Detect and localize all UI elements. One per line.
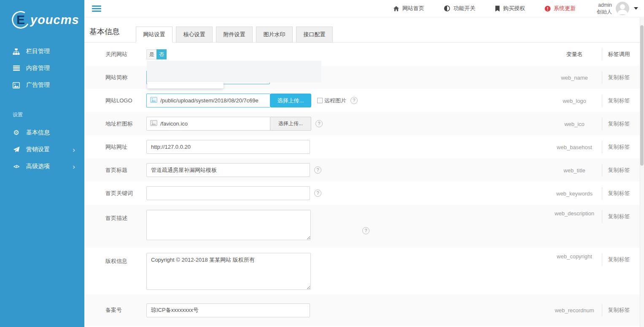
variable-name: web_ico bbox=[545, 121, 604, 127]
nav-feature-switch[interactable]: 功能开关 bbox=[444, 5, 475, 12]
user-role: 创始人 bbox=[597, 8, 612, 15]
sidebar-item-label: 栏目管理 bbox=[26, 48, 50, 55]
main-area: 网站首页 功能开关 购买授权 系统更新 admin 创始人 bbox=[84, 0, 644, 327]
field-label: 版权信息 bbox=[105, 248, 146, 265]
base-url-input[interactable] bbox=[146, 140, 310, 154]
scrollbar-track[interactable] bbox=[640, 18, 644, 327]
chevron-right-icon: › bbox=[73, 163, 75, 170]
paper-plane-icon bbox=[13, 146, 20, 153]
copy-tag-link[interactable]: 复制标签 bbox=[602, 71, 636, 84]
logo-path-input[interactable] bbox=[146, 94, 270, 107]
row-home-title: 首页标题 ? web_title 复制标签 bbox=[84, 158, 640, 182]
sidebar-item-label: 基本信息 bbox=[26, 129, 50, 137]
copy-tag-link[interactable]: 复制标签 bbox=[602, 164, 636, 177]
toggle-yes-button[interactable]: 是 bbox=[146, 49, 156, 59]
row-record-number: 备案号 web_recordnum 复制标签 bbox=[84, 295, 640, 326]
nav-buy-license[interactable]: 购买授权 bbox=[495, 5, 525, 12]
field-label: 网站网址 bbox=[105, 143, 146, 151]
variable-name: web_recordnum bbox=[545, 307, 604, 314]
app-logo[interactable]: E youcms bbox=[0, 0, 84, 29]
copy-tag-link[interactable]: 复制标签 bbox=[602, 210, 636, 223]
tab-api-config[interactable]: 接口配置 bbox=[296, 27, 333, 43]
gear-icon: ⚙ bbox=[13, 129, 20, 137]
scrollbar-thumb[interactable] bbox=[640, 25, 644, 166]
home-title-input[interactable] bbox=[146, 163, 310, 177]
column-header-variable: 变量名 bbox=[545, 51, 604, 58]
row-copyright: 版权信息 Copyright © 2012-2018 某某网站 版权所有 web… bbox=[84, 248, 640, 295]
description-area: ? bbox=[146, 205, 311, 240]
record-number-input[interactable] bbox=[146, 303, 310, 317]
sidebar-item-ads[interactable]: 广告管理 bbox=[0, 77, 84, 94]
variable-name: web_basehost bbox=[545, 144, 604, 150]
favicon-path-input[interactable] bbox=[146, 117, 270, 131]
home-keywords-input[interactable] bbox=[146, 186, 310, 200]
sidebar-item-basic-info[interactable]: ⚙ 基本信息 bbox=[0, 124, 84, 141]
suggestion-panel bbox=[147, 61, 321, 83]
caret-down-icon bbox=[634, 7, 638, 10]
top-nav: 网站首页 功能开关 购买授权 系统更新 admin 创始人 bbox=[393, 2, 638, 15]
top-bar: 网站首页 功能开关 购买授权 系统更新 admin 创始人 bbox=[84, 0, 644, 17]
image-file-icon bbox=[150, 97, 157, 105]
remote-image-checkbox[interactable] bbox=[317, 98, 323, 103]
variable-name: web_copyright bbox=[545, 253, 604, 260]
bookmark-icon bbox=[495, 5, 500, 12]
tab-bar: 基本信息 网站设置 核心设置 附件设置 图片水印 接口配置 bbox=[84, 17, 640, 43]
copy-tag-link[interactable]: 复制标签 bbox=[602, 253, 636, 266]
sidebar-item-label: 高级选项 bbox=[26, 163, 50, 170]
row-home-keywords: 首页关键词 ? web_keywords 复制标签 bbox=[84, 182, 640, 205]
sidebar-item-label: 营销设置 bbox=[26, 146, 50, 153]
user-menu[interactable]: admin 创始人 bbox=[597, 2, 638, 15]
field-label: 首页关键词 bbox=[105, 190, 146, 197]
help-icon[interactable]: ? bbox=[314, 166, 321, 174]
user-info: admin 创始人 bbox=[597, 2, 612, 15]
hamburger-menu-icon[interactable] bbox=[92, 4, 101, 13]
logo-upload-button[interactable]: 选择上传... bbox=[270, 94, 311, 107]
sidebar-menu: 栏目管理 内容管理 广告管理 设置 ⚙ 基本信息 bbox=[0, 43, 84, 175]
field-label: 网站LOGO bbox=[105, 97, 146, 105]
sitemap-icon bbox=[13, 48, 20, 55]
nav-item-label: 购买授权 bbox=[503, 5, 525, 12]
copyright-textarea[interactable]: Copyright © 2012-2018 某某网站 版权所有 bbox=[146, 253, 311, 290]
checkbox-label: 远程图片 bbox=[324, 97, 346, 105]
nav-site-home[interactable]: 网站首页 bbox=[393, 5, 424, 12]
row-favicon: 地址栏图标 选择上传... ? web_ico 复制标签 bbox=[84, 112, 640, 135]
copy-tag-link[interactable]: 复制标签 bbox=[602, 94, 636, 107]
sidebar-section-settings: 设置 bbox=[0, 111, 84, 118]
tab-core-settings[interactable]: 核心设置 bbox=[176, 27, 213, 43]
variable-name: web_keywords bbox=[545, 190, 604, 196]
tab-site-settings[interactable]: 网站设置 bbox=[136, 27, 172, 43]
sidebar-item-label: 内容管理 bbox=[26, 64, 50, 72]
sidebar-item-advanced[interactable]: </> 高级选项 › bbox=[0, 158, 84, 175]
logo-text: youcms bbox=[30, 13, 79, 27]
logo-e-icon: E bbox=[10, 9, 31, 30]
autocomplete-dropdown[interactable] bbox=[147, 82, 224, 88]
copy-tag-link[interactable]: 复制标签 bbox=[602, 118, 636, 130]
sidebar-item-label: 广告管理 bbox=[26, 81, 50, 89]
copy-tag-link[interactable]: 复制标签 bbox=[602, 304, 636, 316]
avatar[interactable] bbox=[616, 2, 629, 15]
help-icon[interactable]: ? bbox=[315, 120, 323, 127]
help-icon[interactable]: ? bbox=[362, 227, 369, 234]
sidebar: E youcms 栏目管理 内容管理 广告管理 设 bbox=[0, 0, 84, 327]
home-description-textarea[interactable] bbox=[146, 210, 311, 240]
copy-tag-link[interactable]: 复制标签 bbox=[602, 141, 636, 153]
favicon-upload-control: 选择上传... bbox=[146, 117, 311, 131]
sidebar-item-content[interactable]: 内容管理 bbox=[0, 60, 84, 77]
favicon-upload-button[interactable]: 选择上传... bbox=[270, 117, 311, 131]
list-icon bbox=[13, 65, 20, 72]
code-icon: </> bbox=[13, 163, 20, 170]
field-label: 首页标题 bbox=[105, 166, 146, 174]
copy-tag-link[interactable]: 复制标签 bbox=[602, 187, 636, 200]
help-icon[interactable]: ? bbox=[350, 97, 358, 104]
tab-attachment-settings[interactable]: 附件设置 bbox=[216, 27, 253, 43]
tab-image-watermark[interactable]: 图片水印 bbox=[256, 27, 293, 43]
toggle-no-button[interactable]: 否 bbox=[156, 49, 167, 59]
chevron-right-icon: › bbox=[73, 146, 75, 153]
help-icon[interactable]: ? bbox=[314, 190, 321, 197]
nav-item-label: 功能开关 bbox=[453, 5, 475, 12]
nav-system-update[interactable]: 系统更新 bbox=[544, 5, 576, 12]
sidebar-item-columns[interactable]: 栏目管理 bbox=[0, 43, 84, 60]
field-label: 备案号 bbox=[105, 306, 146, 314]
sidebar-item-marketing[interactable]: 营销设置 › bbox=[0, 141, 84, 158]
field-label: 网站简称 bbox=[105, 74, 146, 81]
